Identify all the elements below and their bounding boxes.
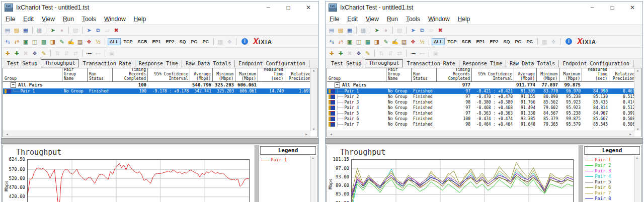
edit-selection-icon[interactable]: ✎ [39, 49, 48, 57]
ratio-half-icon[interactable]: ½ [94, 38, 103, 46]
collapse-toggle-icon[interactable]: − [335, 82, 340, 88]
endpoint-one-icon[interactable]: ▣ [345, 38, 354, 46]
tab-throughput[interactable]: Throughput [41, 59, 79, 67]
filter-sq[interactable]: SQ [502, 38, 512, 45]
filter-tcp[interactable]: TCP [446, 38, 459, 45]
menu-window[interactable]: Window [100, 16, 130, 23]
ratio-half-icon[interactable]: ½ [418, 38, 427, 46]
menu-tools[interactable]: Tools [78, 16, 100, 23]
filter-sq[interactable]: SQ [178, 38, 188, 45]
collapse-toggle-icon[interactable]: − [11, 82, 16, 88]
add-multicast-group-icon[interactable]: ✚ [336, 49, 345, 57]
horizontal-scrollbar[interactable]: ◀▶ [3, 131, 310, 137]
connect-pairs-icon[interactable]: ⊶ [85, 49, 94, 57]
close-button[interactable]: ✕ [622, 2, 642, 14]
legend-item[interactable]: Pair 1 [261, 157, 315, 163]
minimize-button[interactable]: – [258, 2, 278, 14]
qos-template-icon[interactable]: ❖ [85, 38, 94, 46]
menu-tools[interactable]: Tools [402, 16, 424, 23]
menu-edit[interactable]: Edit [19, 16, 38, 23]
scroll-up-icon[interactable]: ▲ [635, 68, 640, 72]
menu-run[interactable]: Run [383, 16, 402, 23]
tab-test-setup[interactable]: Test Setup [328, 60, 365, 67]
info-icon[interactable]: i [242, 38, 248, 45]
pair-row[interactable]: ├──Pair 4No GroupFinished97-0.468 : +0.4… [327, 105, 634, 111]
hardware-pair-icon[interactable]: ◨ [48, 38, 57, 46]
run-test-icon[interactable]: ➤ [48, 26, 57, 34]
swap-endpoints-icon[interactable]: ⇆ [327, 38, 336, 46]
connect-pairs-icon[interactable]: ⊶ [409, 49, 418, 57]
endpoint-two-icon[interactable]: ◫ [30, 38, 39, 46]
swap-groups-icon[interactable]: ⇄ [336, 38, 345, 46]
tab-endpoint-configuration[interactable]: Endpoint Configuration [559, 60, 633, 67]
tab-response-time[interactable]: Response Time [459, 60, 506, 67]
close-button[interactable]: ✕ [298, 2, 318, 14]
menu-view[interactable]: View [38, 16, 59, 23]
hardware-pair-icon[interactable]: ◨ [372, 38, 381, 46]
pair-row[interactable]: ├──Pair 3No GroupFinished98-0.380 : +0.3… [327, 99, 634, 105]
performance-pair-icon[interactable]: ✍ [66, 38, 75, 46]
filter-scr[interactable]: SCR [136, 38, 149, 45]
legend-item[interactable]: Pair 5 [585, 179, 639, 185]
add-multicast-group-icon[interactable]: ✚ [12, 49, 21, 57]
filter-pg[interactable]: PG [513, 38, 524, 45]
pair-row[interactable]: ├──Pair 6No GroupFinished100-0.474 : +0.… [327, 116, 634, 122]
tab-endpoint-configuration[interactable]: Endpoint Configuration [235, 60, 309, 67]
swap-groups-icon[interactable]: ⇄ [12, 38, 21, 46]
scroll-down-icon[interactable]: ▼ [311, 127, 316, 131]
filter-pg[interactable]: PG [189, 38, 200, 45]
tab-throughput[interactable]: Throughput [365, 59, 403, 67]
pair-row[interactable]: ├──Pair 2No GroupFinished97-0.470 : +0.4… [327, 94, 634, 99]
all-pairs-row[interactable]: −All Pairs977911.77477.89799.875 [327, 82, 634, 88]
pane-splitter[interactable] [2, 138, 318, 144]
filter-pc[interactable]: PC [201, 38, 211, 45]
open-test-icon[interactable]: ▨ [336, 26, 345, 34]
tab-response-time[interactable]: Response Time [135, 60, 182, 67]
replicate-pair-icon[interactable]: ❖ [30, 49, 39, 57]
maximize-button[interactable]: □ [278, 2, 298, 14]
video-pair-icon[interactable]: ▩ [363, 38, 372, 46]
maximize-button[interactable]: □ [602, 2, 622, 14]
legend-scrollbar[interactable]: ▲ [310, 156, 316, 202]
run-test-icon[interactable]: ➤ [372, 26, 381, 34]
filter-ep1[interactable]: EP1 [474, 38, 487, 45]
scroll-right-icon[interactable]: ▶ [628, 132, 633, 136]
filter-ep2[interactable]: EP2 [488, 38, 501, 45]
vertical-scrollbar[interactable]: ▲▼ [634, 68, 641, 131]
scroll-up-icon[interactable]: ▲ [310, 156, 315, 159]
save-test-icon[interactable]: ▦ [21, 26, 30, 34]
pair-row[interactable]: ├──Pair 7No GroupFinished98-0.464 : +0.4… [327, 122, 634, 127]
legend-item[interactable]: Pair 6 [585, 185, 639, 190]
save-test-icon[interactable]: ▦ [345, 26, 354, 34]
datagram-options-icon[interactable]: ▤ [399, 38, 409, 46]
menu-help[interactable]: Help [130, 16, 150, 23]
copy-item-icon[interactable]: ⧉ [94, 26, 103, 34]
edit-pair-icon[interactable]: ✎ [57, 38, 66, 46]
pair-row[interactable]: └──Pair 1No GroupFinished100-9.178 : +9.… [3, 88, 310, 94]
swap-endpoints-icon[interactable]: ⇆ [3, 38, 12, 46]
legend-item[interactable]: Pair 7 [585, 190, 639, 196]
filter-tcp[interactable]: TCP [122, 38, 135, 45]
minimize-button[interactable]: – [582, 2, 602, 14]
legend-item[interactable]: Pair 1 [585, 157, 639, 163]
chart-legend-splitter[interactable] [255, 145, 259, 202]
filter-all[interactable]: ALL [432, 38, 445, 45]
add-pair-icon[interactable]: ✚ [327, 49, 336, 57]
filter-ep2[interactable]: EP2 [164, 38, 177, 45]
replicate-pair-icon[interactable]: ❖ [354, 49, 363, 57]
horizontal-scrollbar[interactable]: ◀▶ [327, 131, 634, 137]
new-test-icon[interactable]: ▤ [3, 26, 12, 34]
filter-pc[interactable]: PC [525, 38, 535, 45]
tab-transaction-rate[interactable]: Transaction Rate [403, 60, 459, 67]
move-item-icon[interactable]: ➤ [409, 26, 418, 34]
menu-view[interactable]: View [362, 16, 383, 23]
print-icon[interactable]: ▥ [359, 26, 368, 34]
performance-pair-icon[interactable]: ✍ [390, 38, 399, 46]
datagram-options-icon[interactable]: ▤ [75, 38, 85, 46]
edit-selection-icon[interactable]: ✎ [363, 49, 372, 57]
tab-raw-data-totals[interactable]: Raw Data Totals [506, 60, 559, 67]
filter-scr[interactable]: SCR [460, 38, 473, 45]
delete-item-icon[interactable]: ✖ [436, 26, 445, 34]
pair-row[interactable]: ├──Pair 1No GroupFinished97-0.421 : +0.4… [327, 88, 634, 94]
legend-item[interactable]: Pair 4 [585, 174, 639, 179]
